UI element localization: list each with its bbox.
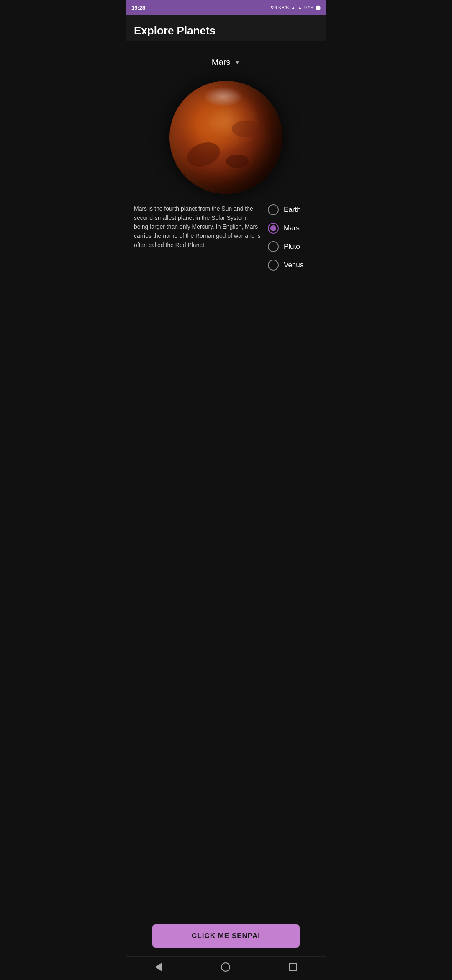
page-title: Explore Planets <box>134 24 318 37</box>
radio-circle-earth <box>268 204 279 215</box>
planet-radio-group: Earth Mars Pluto Venus <box>268 204 318 271</box>
chevron-down-icon: ▼ <box>234 59 240 66</box>
recents-button[interactable] <box>289 963 297 971</box>
battery-level: 97% <box>304 5 313 10</box>
dropdown-selected-value: Mars <box>212 57 230 67</box>
mars-surface-detail-2 <box>232 121 260 138</box>
radio-inner-mars <box>270 225 276 231</box>
planet-mars-image <box>170 81 282 194</box>
data-speed: 224 KB/S <box>270 5 289 10</box>
click-me-senpai-button[interactable]: CLICK ME SENPAI <box>152 924 300 948</box>
header: Explore Planets <box>126 15 326 41</box>
info-radio-section: Mars is the fourth planet from the Sun a… <box>134 204 318 271</box>
back-button[interactable] <box>155 962 162 972</box>
radio-item-pluto[interactable]: Pluto <box>268 241 318 252</box>
mars-surface-detail-1 <box>184 138 223 170</box>
wifi-icon: ▲ <box>291 5 295 10</box>
radio-label-mars: Mars <box>284 224 300 232</box>
radio-item-venus[interactable]: Venus <box>268 260 318 271</box>
battery-icon: ⬤ <box>316 5 321 10</box>
signal-icon: ▲ <box>298 5 302 10</box>
radio-label-venus: Venus <box>284 261 303 269</box>
radio-label-earth: Earth <box>284 206 301 214</box>
radio-circle-venus <box>268 260 279 271</box>
radio-circle-pluto <box>268 241 279 252</box>
radio-label-pluto: Pluto <box>284 242 300 251</box>
radio-circle-mars <box>268 223 279 234</box>
status-bar: 19:28 224 KB/S ▲ ▲ 97% ⬤ <box>126 0 326 15</box>
planet-dropdown-container: Mars ▼ <box>157 54 295 70</box>
planet-dropdown[interactable]: Mars ▼ <box>157 54 295 70</box>
radio-item-mars[interactable]: Mars <box>268 223 318 234</box>
nav-bar <box>126 956 326 980</box>
status-time: 19:28 <box>131 5 145 11</box>
radio-item-earth[interactable]: Earth <box>268 204 318 215</box>
planet-description: Mars is the fourth planet from the Sun a… <box>134 204 264 271</box>
planet-image-container <box>167 79 285 196</box>
mars-surface-detail-3 <box>226 155 249 168</box>
button-container: CLICK ME SENPAI <box>126 912 326 956</box>
home-button[interactable] <box>221 962 230 972</box>
status-right: 224 KB/S ▲ ▲ 97% ⬤ <box>270 5 321 10</box>
main-content: Mars ▼ Mars is the fourth planet from th… <box>126 41 326 912</box>
